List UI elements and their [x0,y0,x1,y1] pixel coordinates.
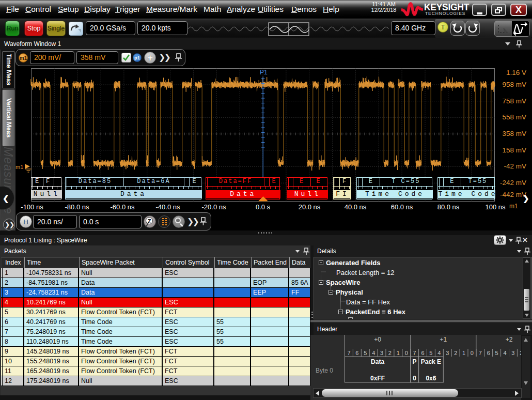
svg-text:m1: m1 [15,164,23,170]
svg-text:+1: +1 [440,336,447,343]
svg-text:+0: +0 [374,336,381,343]
svg-text:0xFF: 0xFF [370,375,385,382]
svg-text:3: 3 [446,350,449,356]
svg-text:Pack E: Pack E [421,358,441,365]
svg-text:2: 2 [388,350,392,356]
svg-text:5: 5 [495,350,498,356]
svg-text:6: 6 [487,350,490,356]
svg-text:4: 4 [437,350,441,356]
svg-text:3: 3 [380,350,383,356]
svg-text:0: 0 [405,350,408,356]
svg-text:4: 4 [504,350,507,356]
svg-text:1: 1 [462,350,465,356]
svg-text:3: 3 [511,350,514,356]
svg-text:Byte 0: Byte 0 [316,367,333,374]
svg-text:0x6: 0x6 [426,375,436,382]
svg-text:7: 7 [347,350,350,356]
svg-text:7: 7 [479,350,482,356]
svg-text:6: 6 [421,350,424,356]
svg-text:4: 4 [372,350,375,356]
svg-text:2: 2 [520,350,521,356]
svg-text:0: 0 [471,350,474,356]
svg-text:5: 5 [364,350,367,356]
svg-text:Data: Data [371,358,384,365]
svg-text:1: 1 [397,350,400,356]
svg-text:5: 5 [429,350,432,356]
svg-text:0: 0 [413,375,416,382]
svg-text:6: 6 [355,350,358,356]
svg-text:7: 7 [413,350,416,356]
svg-text:+2: +2 [506,336,513,343]
svg-text:P: P [413,358,417,365]
svg-text:2: 2 [454,350,457,356]
svg-text:P1: P1 [260,69,268,76]
